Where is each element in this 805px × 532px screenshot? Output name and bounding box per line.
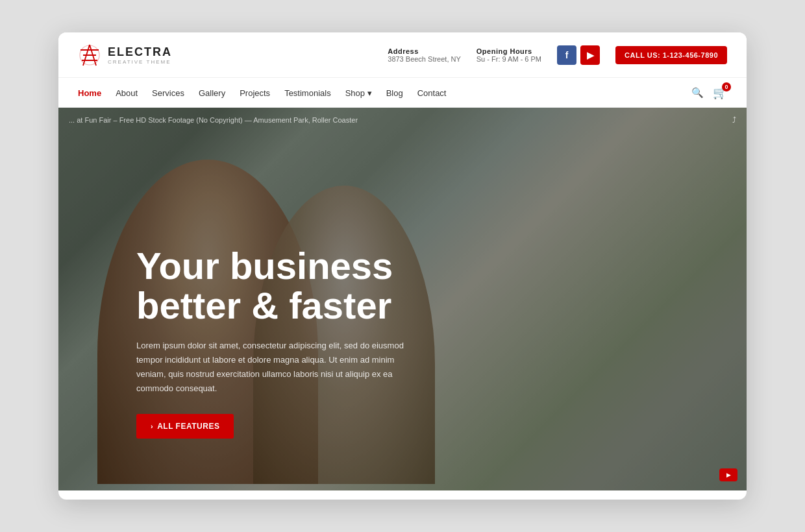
logo-subtitle: CREATIVE THEME: [108, 59, 172, 65]
video-caption: ... at Fun Fair – Free HD Stock Footage …: [58, 115, 747, 125]
search-icon[interactable]: 🔍: [691, 87, 704, 99]
hero-headline-line2: better & faster: [136, 286, 409, 326]
facebook-button[interactable]: f: [557, 45, 576, 65]
address-value: 3873 Beech Street, NY: [388, 55, 461, 63]
nav-link-services[interactable]: Services: [152, 88, 184, 98]
hero-headline-line1: Your business: [136, 247, 409, 286]
share-icon[interactable]: ⤴: [732, 115, 736, 125]
nav-bar: Home About Services Gallery Projects Tes…: [58, 78, 747, 108]
logo-icon: [78, 43, 101, 67]
social-icons: f ▶: [557, 45, 600, 65]
nav-right: 🔍 🛒 0: [691, 86, 727, 100]
nav-item-projects[interactable]: Projects: [240, 87, 270, 99]
nav-link-about[interactable]: About: [116, 88, 138, 98]
logo-name: ELECTRA: [108, 45, 172, 59]
nav-link-projects[interactable]: Projects: [240, 88, 270, 98]
nav-item-about[interactable]: About: [116, 87, 138, 99]
hero-headline: Your business better & faster: [136, 247, 409, 326]
nav-link-shop[interactable]: Shop ▾: [345, 88, 372, 98]
nav-link-home[interactable]: Home: [78, 88, 101, 98]
top-right: Address 3873 Beech Street, NY Opening Ho…: [388, 45, 727, 65]
nav-item-gallery[interactable]: Gallery: [199, 87, 225, 99]
hours-label: Opening Hours: [477, 47, 541, 55]
hero-content: Your business better & faster Lorem ipsu…: [58, 247, 487, 439]
all-features-button[interactable]: › ALL FEATURES: [136, 414, 234, 439]
cta-arrow: ›: [151, 422, 153, 430]
hours-value: Su - Fr: 9 AM - 6 PM: [477, 55, 541, 63]
logo-area: ELECTRA CREATIVE THEME: [78, 43, 172, 67]
video-caption-text: ... at Fun Fair – Free HD Stock Footage …: [69, 116, 358, 124]
cart-badge: 0: [722, 82, 731, 91]
hero-section: ... at Fun Fair – Free HD Stock Footage …: [58, 108, 747, 490]
nav-item-home[interactable]: Home: [78, 87, 101, 99]
nav-link-testimonials[interactable]: Testimonials: [284, 88, 331, 98]
cta-label: ALL FEATURES: [157, 422, 219, 431]
nav-link-contact[interactable]: Contact: [417, 88, 447, 98]
hero-description: Lorem ipsum dolor sit amet, consectetur …: [136, 339, 409, 396]
call-button[interactable]: CALL US: 1-123-456-7890: [615, 46, 727, 64]
address-label: Address: [388, 47, 461, 55]
browser-window: ELECTRA CREATIVE THEME Address 3873 Beec…: [58, 32, 747, 500]
youtube-corner-icon[interactable]: [719, 468, 737, 481]
nav-item-testimonials[interactable]: Testimonials: [284, 87, 331, 99]
hours-block: Opening Hours Su - Fr: 9 AM - 6 PM: [477, 47, 541, 63]
nav-item-shop[interactable]: Shop ▾: [345, 87, 372, 99]
nav-link-blog[interactable]: Blog: [386, 88, 403, 98]
logo-text: ELECTRA CREATIVE THEME: [108, 45, 172, 65]
youtube-button[interactable]: ▶: [580, 45, 600, 65]
nav-item-blog[interactable]: Blog: [386, 87, 403, 99]
nav-link-gallery[interactable]: Gallery: [199, 88, 225, 98]
address-block: Address 3873 Beech Street, NY: [388, 47, 461, 63]
top-bar: ELECTRA CREATIVE THEME Address 3873 Beec…: [58, 32, 747, 78]
nav-item-services[interactable]: Services: [152, 87, 184, 99]
nav-item-contact[interactable]: Contact: [417, 87, 447, 99]
cart-icon[interactable]: 🛒 0: [713, 86, 727, 100]
nav-links: Home About Services Gallery Projects Tes…: [78, 87, 446, 99]
